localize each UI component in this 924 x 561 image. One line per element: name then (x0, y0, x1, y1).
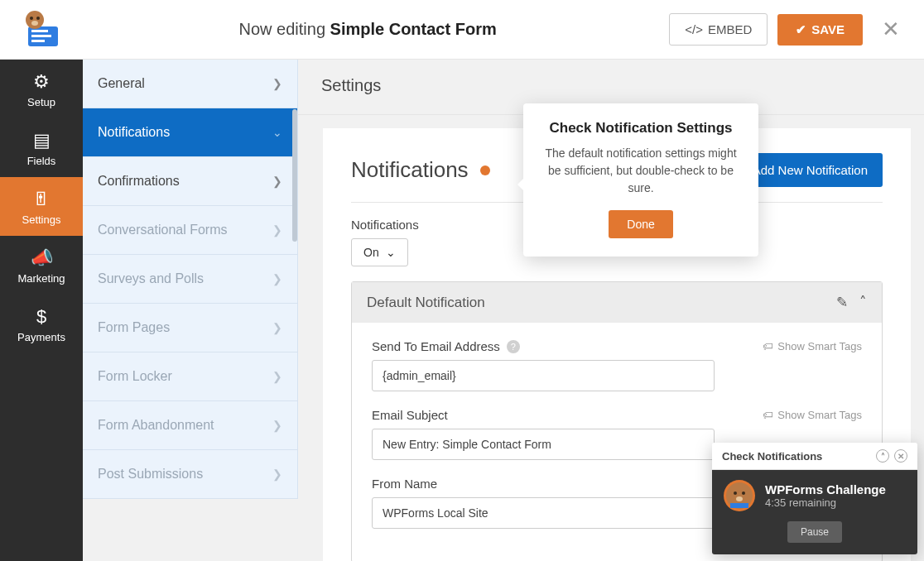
svg-point-4 (26, 11, 44, 29)
notifications-toggle[interactable]: On ⌄ (351, 238, 408, 266)
svg-point-10 (742, 491, 745, 495)
svg-point-7 (31, 21, 38, 26)
email-subject-input[interactable] (372, 429, 715, 460)
chevron-right-icon: ❯ (272, 370, 282, 383)
popover-body: The default notification settings might … (540, 145, 742, 197)
notifications-title: Notifications (351, 157, 490, 183)
close-icon[interactable]: ✕ (894, 449, 907, 463)
challenge-header: Check Notifications (722, 450, 822, 463)
minimize-icon[interactable]: ˄ (876, 449, 889, 463)
field-label-subject: Email Subject (372, 408, 448, 422)
close-icon[interactable]: ✕ (874, 17, 907, 42)
challenge-remaining: 4:35 remaining (765, 496, 886, 509)
send-to-email-input[interactable] (372, 360, 715, 391)
popover-title: Check Notification Settings (540, 120, 742, 137)
challenge-title: WPForms Challenge (765, 482, 886, 496)
show-smart-tags[interactable]: 🏷 Show Smart Tags (763, 409, 862, 421)
chevron-down-icon: ⌄ (272, 126, 282, 139)
done-button[interactable]: Done (609, 210, 672, 238)
svg-point-9 (734, 491, 737, 495)
chevron-up-icon[interactable]: ˄ (859, 294, 867, 311)
nav-fields[interactable]: ▤ Fields (0, 118, 83, 177)
pencil-icon[interactable]: ✎ (836, 294, 848, 311)
settings-panel: General ❯ Notifications ⌄ Confirmations … (83, 60, 298, 499)
nav-rail: ⚙ Setup ▤ Fields 🎚 Settings 📣 Marketing … (0, 60, 83, 561)
chevron-right-icon: ❯ (272, 468, 282, 481)
settings-item-confirmations[interactable]: Confirmations ❯ (83, 157, 297, 206)
svg-point-5 (30, 17, 33, 20)
nav-setup[interactable]: ⚙ Setup (0, 60, 83, 118)
settings-item-general[interactable]: General ❯ (83, 60, 297, 108)
from-name-input[interactable] (372, 497, 715, 529)
svg-rect-3 (31, 40, 45, 42)
megaphone-icon: 📣 (0, 247, 83, 269)
embed-button[interactable]: </> EMBED (669, 13, 768, 46)
help-icon[interactable]: ? (507, 340, 520, 353)
nav-payments[interactable]: $ Payments (0, 295, 83, 353)
wpforms-logo (17, 5, 66, 55)
form-title: Simple Contact Form (330, 20, 497, 38)
svg-rect-2 (31, 35, 51, 37)
settings-item-surveys-polls[interactable]: Surveys and Polls ❯ (83, 255, 297, 304)
svg-rect-12 (730, 503, 748, 508)
tag-icon: 🏷 (763, 340, 773, 352)
field-label-send-to: Send To Email Address ? (372, 339, 520, 353)
svg-point-11 (736, 496, 743, 501)
editing-label: Now editing Simple Contact Form (66, 20, 669, 39)
nav-marketing[interactable]: 📣 Marketing (0, 236, 83, 295)
settings-item-post-submissions[interactable]: Post Submissions ❯ (83, 450, 297, 499)
challenge-widget: Check Notifications ˄ ✕ WPForms Challeng… (712, 443, 917, 554)
challenge-dot-icon (480, 165, 490, 175)
settings-item-form-locker[interactable]: Form Locker ❯ (83, 352, 297, 401)
chevron-right-icon: ❯ (272, 77, 282, 90)
list-icon: ▤ (0, 130, 83, 151)
show-smart-tags[interactable]: 🏷 Show Smart Tags (763, 340, 862, 352)
popover-arrow (517, 178, 524, 191)
save-button[interactable]: ✔ SAVE (777, 14, 863, 46)
chevron-right-icon: ❯ (272, 419, 282, 432)
field-label-from-name: From Name (372, 477, 437, 491)
top-bar: Now editing Simple Contact Form </> EMBE… (0, 0, 924, 60)
settings-item-conversational-forms[interactable]: Conversational Forms ❯ (83, 206, 297, 255)
tag-icon: 🏷 (763, 409, 773, 421)
gear-icon: ⚙ (0, 71, 83, 93)
chevron-right-icon: ❯ (272, 223, 282, 237)
settings-item-form-pages[interactable]: Form Pages ❯ (83, 304, 297, 352)
editing-prefix: Now editing (239, 20, 330, 38)
svg-rect-1 (31, 30, 48, 32)
dollar-icon: $ (0, 306, 83, 328)
settings-item-form-abandonment[interactable]: Form Abandonment ❯ (83, 401, 297, 450)
sliders-icon: 🎚 (0, 189, 83, 210)
pause-button[interactable]: Pause (787, 521, 842, 543)
check-icon: ✔ (796, 22, 806, 37)
code-icon: </> (685, 22, 703, 36)
settings-item-notifications[interactable]: Notifications ⌄ (83, 108, 297, 157)
notification-card-title: Default Notification (367, 295, 485, 311)
chevron-right-icon: ❯ (272, 272, 282, 285)
chevron-down-icon: ⌄ (386, 246, 396, 259)
challenge-avatar (724, 480, 755, 511)
challenge-popover: Check Notification Settings The default … (523, 103, 758, 257)
chevron-right-icon: ❯ (272, 321, 282, 334)
chevron-right-icon: ❯ (272, 175, 282, 188)
nav-settings[interactable]: 🎚 Settings (0, 177, 83, 236)
svg-point-6 (36, 17, 40, 20)
scrollbar[interactable] (292, 109, 297, 242)
